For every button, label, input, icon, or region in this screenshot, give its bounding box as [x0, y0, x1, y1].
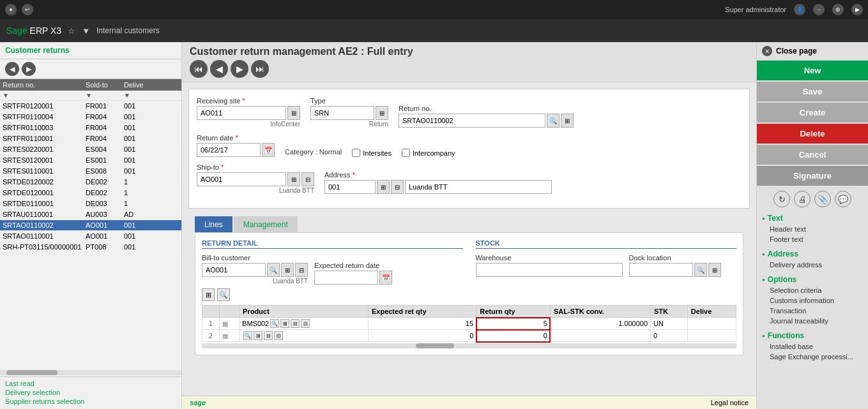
return-no-expand-btn[interactable]: ⊞	[561, 114, 574, 128]
comment-btn[interactable]: 💬	[835, 191, 851, 207]
expand-icon[interactable]: ▶	[851, 4, 863, 15]
bill-to-detail-btn[interactable]: ⊟	[295, 263, 308, 277]
bill-to-expand-btn[interactable]: ⊞	[281, 263, 294, 277]
nav-next-btn[interactable]: ▶	[22, 62, 36, 76]
lines-search-btn[interactable]: 🔍	[217, 288, 230, 301]
cell-return-qty[interactable]: 0	[476, 330, 551, 342]
product-detail-btn[interactable]: ⊟	[291, 319, 300, 328]
nav-last-btn[interactable]: ⏭	[251, 60, 269, 78]
sidebar-row[interactable]: SRTFR0110003 FR004 001	[0, 123, 181, 133]
back-icon[interactable]: ↩	[22, 4, 33, 15]
intercompany-checkbox[interactable]	[402, 149, 410, 157]
address-code-input[interactable]	[324, 180, 376, 194]
close-page-label[interactable]: Close page	[776, 47, 817, 56]
supplier-returns-link[interactable]: Supplier returns selection	[5, 398, 176, 405]
dock-location-input[interactable]	[629, 263, 693, 277]
sidebar-row[interactable]: SRTFR0120001 FR001 001	[0, 101, 181, 112]
dock-expand-btn[interactable]: ⊞	[708, 263, 721, 277]
installed-base-item[interactable]: Installed base	[762, 341, 863, 352]
transaction-item[interactable]: Transaction	[762, 306, 863, 316]
lines-grid-btn[interactable]: ⊞	[202, 288, 215, 301]
close-icon[interactable]: ✕	[762, 46, 772, 56]
filter-icon-1[interactable]: ▼	[3, 92, 86, 99]
header-text-item[interactable]: Header text	[762, 224, 863, 234]
nav-first-btn[interactable]: ⏮	[190, 60, 208, 78]
tab-management[interactable]: Management	[234, 216, 298, 232]
sage-exchange-item[interactable]: Sage Exchange processi...	[762, 352, 863, 362]
sidebar-row[interactable]: SRTAO0110001 AO001 001	[0, 231, 181, 242]
bill-to-search-btn[interactable]: 🔍	[267, 263, 280, 277]
footer-text-item[interactable]: Footer text	[762, 234, 863, 244]
table-scrollbar[interactable]	[202, 343, 736, 348]
product-expand-btn[interactable]: ⊞	[254, 331, 263, 340]
bill-to-input[interactable]	[202, 263, 266, 277]
receiving-site-btn[interactable]: ⊞	[287, 106, 300, 120]
type-input[interactable]	[310, 106, 374, 120]
receiving-site-input[interactable]	[197, 106, 286, 120]
nav-prev-btn[interactable]: ◀	[5, 62, 19, 76]
exp-date-calendar-btn[interactable]: 📅	[379, 271, 392, 285]
product-search-btn[interactable]: 🔍	[243, 331, 252, 340]
refresh-btn[interactable]: ↻	[773, 191, 790, 207]
nav-back-btn[interactable]: ◀	[210, 60, 228, 78]
dropdown-icon[interactable]: ▼	[82, 26, 90, 36]
dock-search-btn[interactable]: 🔍	[694, 263, 707, 277]
sidebar-row[interactable]: SRTAO0110002 AO001 001	[0, 220, 181, 231]
cell-return-qty[interactable]: 5	[476, 318, 551, 330]
selection-criteria-item[interactable]: Selection criteria	[762, 285, 863, 295]
address-name-input[interactable]	[405, 180, 552, 194]
user-icon[interactable]: 👤	[794, 4, 805, 15]
sidebar-row[interactable]: SRTAU0110001 AU003 AD	[0, 209, 181, 220]
tab-lines[interactable]: Lines	[195, 216, 232, 232]
intersites-checkbox[interactable]	[352, 149, 360, 157]
create-button[interactable]: Create	[757, 103, 868, 123]
exp-date-input[interactable]	[314, 271, 378, 285]
new-button[interactable]: New	[757, 61, 868, 80]
journal-traceability-item[interactable]: Journal traceability	[762, 316, 863, 326]
ship-to-btn1[interactable]: ⊞	[287, 172, 300, 186]
save-button[interactable]: Save	[757, 82, 868, 101]
delivery-selection-link[interactable]: Delivery selection	[5, 389, 176, 396]
address-btn1[interactable]: ⊞	[377, 180, 390, 194]
customs-info-item[interactable]: Customs information	[762, 295, 863, 306]
product-copy-btn[interactable]: ⊡	[274, 331, 283, 340]
logout-icon[interactable]: →	[813, 4, 825, 15]
sidebar-row[interactable]: SRTFR0110001 FR004 001	[0, 133, 181, 144]
type-btn[interactable]: ⊞	[376, 106, 388, 120]
return-date-input[interactable]	[197, 143, 261, 157]
delivery-address-item[interactable]: Delivery address	[762, 260, 863, 270]
ship-to-input[interactable]	[197, 172, 286, 186]
nav-fwd-btn[interactable]: ▶	[231, 60, 248, 78]
sidebar-row[interactable]: SRTFR0110004 FR004 001	[0, 112, 181, 123]
signature-button[interactable]: Signature	[757, 166, 868, 186]
attach-btn[interactable]: 📎	[814, 191, 831, 207]
product-copy-btn[interactable]: ⊡	[301, 319, 310, 328]
product-expand-btn[interactable]: ⊞	[280, 319, 289, 328]
filter-icon-2[interactable]: ▼	[86, 92, 124, 99]
app-icon[interactable]: ●	[5, 4, 17, 15]
return-date-calendar-btn[interactable]: 📅	[262, 143, 275, 157]
sidebar-row[interactable]: SRTES0120001 ES001 001	[0, 155, 181, 166]
sidebar-row[interactable]: SRTDE0120002 DE002 1	[0, 177, 181, 188]
delete-button[interactable]: Delete	[757, 124, 868, 144]
cancel-button[interactable]: Cancel	[757, 145, 868, 165]
sidebar-row[interactable]: SRTES0110001 ES008 001	[0, 166, 181, 177]
warehouse-input[interactable]	[476, 263, 623, 277]
globe-icon[interactable]: ⊕	[832, 4, 844, 15]
address-btn2[interactable]: ⊟	[391, 180, 404, 194]
filter-icon-3[interactable]: ▼	[124, 92, 162, 99]
star-icon[interactable]: ☆	[68, 26, 75, 36]
sidebar-row[interactable]: SRTDE0110001 DE003 1	[0, 198, 181, 209]
sidebar-row[interactable]: SRTDE0120001 DE002 1	[0, 188, 181, 198]
return-no-input[interactable]	[399, 114, 545, 128]
sidebar-scrollbar[interactable]	[0, 370, 181, 375]
ship-to-btn2[interactable]: ⊟	[301, 172, 314, 186]
text-section: Text Header text Footer text	[757, 211, 868, 247]
last-read-link[interactable]: Last read	[5, 380, 176, 387]
return-no-search-btn[interactable]: 🔍	[547, 114, 560, 128]
sidebar-row[interactable]: SRTES0220001 ES004 001	[0, 144, 181, 155]
print-btn[interactable]: 🖨	[794, 191, 811, 207]
sidebar-row[interactable]: SRH-PT03115/00000001 PT008 001	[0, 242, 181, 253]
product-search-btn[interactable]: 🔍	[270, 319, 279, 328]
product-detail-btn[interactable]: ⊟	[264, 331, 273, 340]
